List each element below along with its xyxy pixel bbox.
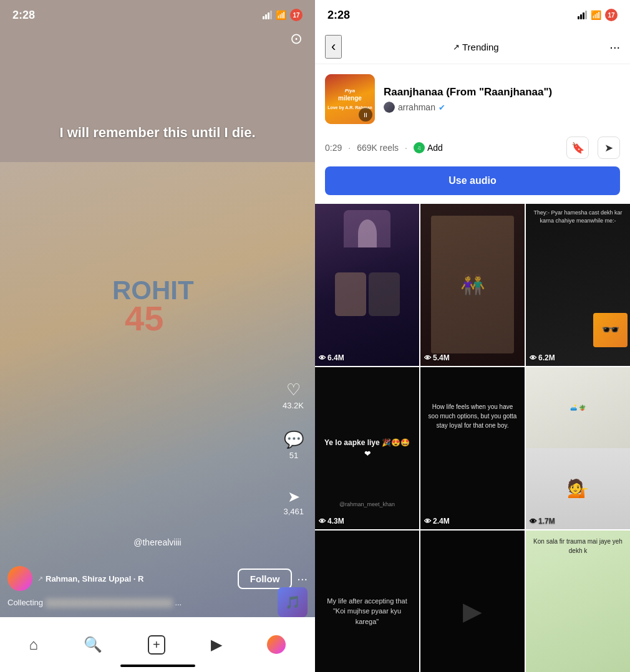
reel-text-9: Kon sala fir trauma mai jaye yeh dekh k <box>531 537 625 555</box>
top-nav: ‹ ↗ Trending ··· <box>315 30 630 64</box>
reel-text-3: They:- Pyar hamesha cast dekh kar karna … <box>531 209 625 224</box>
reel-text-5: How life feels when you have soo much op… <box>427 401 518 430</box>
music-note-icon: 🎵 <box>285 595 301 610</box>
share-icon: ➤ <box>288 488 300 506</box>
action-icons: 🔖 ➤ <box>566 137 620 159</box>
collecting-bar: Collecting ████████████████████████ ... … <box>0 587 315 617</box>
reel-item[interactable]: My life after accepting that "Koi mujhse… <box>315 530 419 672</box>
follow-button[interactable]: Follow <box>238 569 293 589</box>
reel-count-1: 👁 6.4M <box>319 353 344 362</box>
nav-home[interactable]: ⌂ <box>29 636 38 653</box>
music-thumbnail[interactable]: 🎵 <box>278 587 308 617</box>
left-panel: 2:28 📶 17 ⊙ I will remember this until I… <box>0 0 315 672</box>
use-audio-button[interactable]: Use audio <box>325 166 620 195</box>
reels-count: 669K reels <box>357 143 399 153</box>
reel-count-4: 👁 4.3M <box>319 517 344 526</box>
eye-icon: 👁 <box>424 517 431 525</box>
left-status-icons: 📶 17 <box>263 9 303 21</box>
reel-item[interactable]: 🛋️ 🪴 💁 👁 1.7M <box>526 367 630 529</box>
jersey-overlay: ROHIT 45 <box>0 162 315 436</box>
song-title: Raanjhanaa (From "Raanjhanaa") <box>384 85 620 99</box>
reel-text-7: My life after accepting that "Koi mujhse… <box>321 596 413 627</box>
home-indicator <box>120 665 195 667</box>
comment-count-value: 51 <box>289 451 298 460</box>
left-time: 2:28 <box>12 9 35 22</box>
nav-reels[interactable]: ▶ <box>211 636 222 653</box>
collecting-text: Collecting ████████████████████████ ... <box>7 598 271 607</box>
nav-search[interactable]: 🔍 <box>84 636 102 653</box>
right-time: 2:28 <box>327 9 350 22</box>
artist-row: arrahman ✔ <box>384 102 620 113</box>
reel-count-2: 👁 5.4M <box>424 353 450 362</box>
bookmark-icon: 🔖 <box>571 142 584 155</box>
reel-count-6: 👁 1.7M <box>530 517 555 526</box>
right-status-icons: 📶 17 <box>578 9 618 21</box>
like-count[interactable]: ♡ 43.2K <box>283 380 304 410</box>
heart-icon: ♡ <box>286 380 301 400</box>
nav-bar: ⌂ 🔍 + ▶ <box>0 617 315 672</box>
comment-count[interactable]: 💬 51 <box>284 430 304 460</box>
reel-item[interactable]: 👫 👁 5.4M <box>420 204 525 366</box>
artist-avatar <box>384 102 395 113</box>
more-dots-button[interactable]: ··· <box>609 40 620 54</box>
trending-button[interactable]: ↗ Trending <box>453 42 499 52</box>
profile-avatar-icon <box>267 635 286 654</box>
album-art: Piya milenge Love by A.R. Rahman ⏸ <box>325 74 375 124</box>
signal-bars-icon <box>263 11 272 19</box>
eye-icon: 👁 <box>424 354 431 362</box>
signal-bars-dark-icon <box>578 11 587 19</box>
spotify-icon: ♫ <box>414 142 425 153</box>
battery-badge: 17 <box>290 9 303 21</box>
reels-grid: 👁 6.4M 👫 👁 5.4M They:- Pyar hamesha cast… <box>315 204 630 672</box>
wifi-dark-icon: 📶 <box>591 10 601 20</box>
add-to-spotify-button[interactable]: ♫ Add <box>414 142 443 153</box>
camera-icon[interactable]: ⊙ <box>290 30 303 47</box>
trending-small-icon: ↗ <box>37 575 43 583</box>
eye-icon: 👁 <box>319 517 326 525</box>
trending-label: Trending <box>462 42 499 52</box>
reel-item[interactable]: Ye lo aapke liye 🎉😍🤩❤ @rahman_meet_khan … <box>315 367 419 529</box>
send-icon: ➤ <box>604 142 613 155</box>
eye-icon: 👁 <box>530 517 536 525</box>
share-count[interactable]: ➤ 3,461 <box>283 488 304 516</box>
username-tag: @therealviiii <box>0 537 315 547</box>
share-count-value: 3,461 <box>283 507 304 516</box>
home-icon: ⌂ <box>29 636 38 653</box>
duration: 0:29 <box>325 143 342 153</box>
add-icon: + <box>148 635 165 655</box>
battery-badge-dark: 17 <box>605 9 618 21</box>
more-options-button[interactable]: ··· <box>297 572 308 586</box>
comment-icon: 💬 <box>284 430 304 449</box>
reel-count-3: 👁 6.2M <box>530 353 555 362</box>
blurred-label: ████████████████████████ <box>46 598 173 607</box>
username-info: ↗ Rahman, Shiraz Uppal · R <box>37 574 233 583</box>
reels-icon: ▶ <box>211 636 222 653</box>
nav-add[interactable]: + <box>148 635 165 655</box>
reel-item[interactable]: 👁 6.4M <box>315 204 419 366</box>
artist-name: arrahman <box>398 102 435 112</box>
song-info: Piya milenge Love by A.R. Rahman ⏸ Raanj… <box>315 64 630 134</box>
story-text: I will remember this until I die. <box>16 125 299 141</box>
eye-icon: 👁 <box>319 354 326 362</box>
pause-button[interactable]: ⏸ <box>359 108 372 122</box>
svg-text:45: 45 <box>125 299 163 338</box>
right-status-bar: 2:28 📶 17 <box>315 0 630 30</box>
reel-text-4: Ye lo aapke liye 🎉😍🤩❤ <box>315 437 419 459</box>
wifi-icon: 📶 <box>276 10 286 20</box>
left-status-bar: 2:28 📶 17 <box>0 0 315 30</box>
eye-icon: 👁 <box>530 354 536 362</box>
reel-item[interactable]: Kon sala fir trauma mai jaye yeh dekh k … <box>526 530 630 672</box>
back-button[interactable]: ‹ <box>325 35 342 59</box>
right-panel: 2:28 📶 17 ‹ ↗ Trending ··· Piya milenge <box>315 0 630 672</box>
bookmark-button[interactable]: 🔖 <box>566 137 589 159</box>
trending-arrow-icon: ↗ <box>453 42 460 52</box>
verified-icon: ✔ <box>439 103 445 112</box>
like-count-value: 43.2K <box>283 401 304 410</box>
reel-item[interactable]: How life feels when you have soo much op… <box>420 367 525 529</box>
dot-separator: · <box>348 143 351 153</box>
dot-separator-2: · <box>405 143 407 153</box>
reel-item[interactable]: They:- Pyar hamesha cast dekh kar karna … <box>526 204 630 366</box>
nav-profile[interactable] <box>267 635 286 654</box>
reel-item[interactable]: ▶ <box>420 530 525 672</box>
send-button[interactable]: ➤ <box>598 137 620 159</box>
